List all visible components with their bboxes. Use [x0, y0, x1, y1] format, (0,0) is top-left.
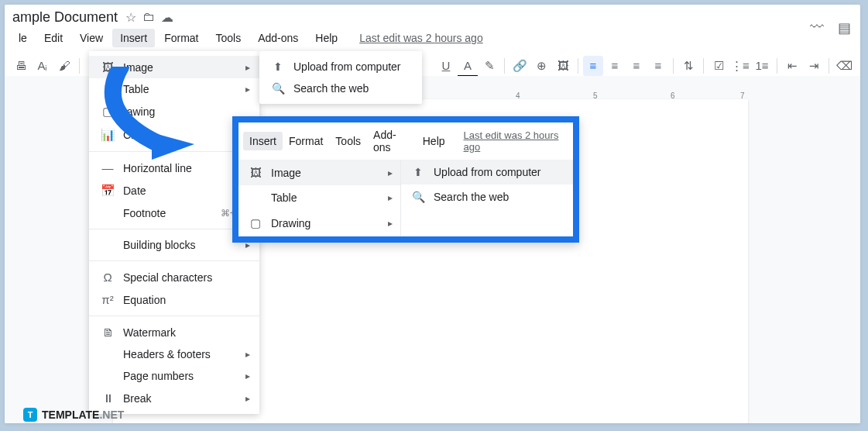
line-icon: —	[98, 161, 117, 174]
separator	[578, 58, 578, 74]
callout-insert-image[interactable]: 🖼 Image ▸	[238, 160, 400, 185]
menu-addons[interactable]: Add-ons	[250, 29, 306, 47]
print-icon[interactable]: 🖶	[11, 56, 31, 76]
move-icon[interactable]: 🗀	[142, 10, 155, 25]
insert-watermark-label: Watermark	[123, 326, 250, 339]
spellcheck-icon[interactable]: Aᵢ	[33, 56, 53, 76]
align-center-icon[interactable]: ≡	[605, 56, 625, 76]
insert-date-label: Date	[123, 184, 250, 197]
text-color-icon[interactable]: A	[458, 56, 478, 76]
app-window: ample Document ☆ 🗀 ☁ le Edit View Insert…	[5, 5, 860, 423]
callout-menu-help[interactable]: Help	[417, 132, 451, 150]
menu-edit[interactable]: Edit	[36, 29, 70, 47]
insert-blocks-label: Building blocks	[123, 239, 245, 251]
align-left-icon[interactable]: ≡	[583, 56, 603, 76]
search-web-label: Search the web	[293, 82, 413, 95]
menu-insert[interactable]: Insert	[112, 29, 155, 47]
insert-page-numbers[interactable]: Page numbers ▸	[89, 365, 259, 387]
drawing-icon: ▢	[98, 105, 117, 119]
callout-drawing-label: Drawing	[271, 217, 388, 229]
chevron-right-icon: ▸	[388, 192, 393, 203]
upload-icon: ⬆	[269, 60, 287, 73]
logo-icon: T	[23, 408, 37, 422]
chevron-right-icon: ▸	[245, 62, 250, 73]
link-icon[interactable]: 🔗	[509, 56, 530, 76]
callout-search-web[interactable]: 🔍 Search the web	[401, 184, 573, 209]
align-justify-icon[interactable]: ≡	[648, 56, 668, 76]
insert-special-label: Special characters	[123, 271, 250, 284]
insert-break[interactable]: ⏸ Break ▸	[89, 387, 259, 409]
callout-menu-insert[interactable]: Insert	[243, 132, 283, 150]
underline-icon[interactable]: U	[436, 56, 456, 76]
search-the-web[interactable]: 🔍 Search the web	[259, 78, 422, 99]
insert-break-label: Break	[123, 392, 245, 405]
indent-increase-icon[interactable]: ⇥	[804, 56, 824, 76]
menu-format[interactable]: Format	[156, 29, 206, 47]
watermark-text: TEMPLATE.NET	[42, 409, 124, 421]
callout-menubar: Insert Format Tools Add-ons Help Last ed…	[238, 122, 573, 160]
insert-watermark[interactable]: 🗎 Watermark	[89, 321, 259, 343]
ruler-tick: 7	[740, 91, 745, 100]
callout-upload-label: Upload from computer	[434, 166, 565, 178]
callout-insert-table[interactable]: Table ▸	[238, 185, 400, 210]
separator	[504, 58, 505, 74]
chevron-right-icon: ▸	[245, 393, 250, 404]
title-icons: ☆ 🗀 ☁	[125, 10, 173, 25]
callout-dropdown: 🖼 Image ▸ Table ▸ ▢ Drawing ▸	[238, 160, 401, 236]
insert-footnote-label: Footnote	[123, 207, 221, 219]
menu-help[interactable]: Help	[307, 29, 345, 47]
align-right-icon[interactable]: ≡	[626, 56, 647, 76]
insert-equation[interactable]: π² Equation	[89, 288, 259, 311]
insert-image-label: Image	[123, 61, 245, 74]
separator	[777, 58, 777, 74]
clear-format-icon[interactable]: ⌫	[834, 56, 854, 76]
drawing-icon: ▢	[246, 216, 265, 230]
ruler-tick: 4	[516, 91, 520, 100]
tutorial-callout: Insert Format Tools Add-ons Help Last ed…	[232, 116, 579, 243]
chart-icon: 📊	[98, 128, 117, 142]
bullet-list-icon[interactable]: ⋮≡	[730, 56, 750, 76]
numbered-list-icon[interactable]: 1≡	[752, 56, 772, 76]
upload-label: Upload from computer	[293, 60, 413, 73]
callout-table-label: Table	[271, 191, 388, 204]
search-icon: 🔍	[409, 191, 427, 203]
insert-special-chars[interactable]: Ω Special characters	[89, 266, 259, 288]
upload-icon: ⬆	[409, 166, 427, 178]
callout-insert-drawing[interactable]: ▢ Drawing ▸	[238, 210, 400, 236]
activity-icon[interactable]: 〰	[810, 19, 824, 36]
document-title[interactable]: ample Document	[12, 9, 118, 26]
star-icon[interactable]: ☆	[125, 10, 136, 25]
image-icon: 🖼	[246, 166, 265, 179]
menu-view[interactable]: View	[72, 29, 111, 47]
callout-menu-tools[interactable]: Tools	[329, 132, 367, 150]
paint-format-icon[interactable]: 🖌	[54, 56, 74, 76]
callout-menu-format[interactable]: Format	[283, 132, 329, 150]
chevron-right-icon: ▸	[245, 371, 250, 381]
upload-from-computer[interactable]: ⬆ Upload from computer	[259, 56, 422, 78]
highlight-icon[interactable]: ✎	[479, 56, 499, 76]
checklist-icon[interactable]: ☑	[708, 56, 729, 76]
header-right-icons: 〰 ▤	[810, 19, 851, 36]
comment-add-icon[interactable]: ⊕	[531, 56, 551, 76]
line-spacing-icon[interactable]: ⇅	[678, 56, 698, 76]
separator	[703, 58, 704, 74]
indent-decrease-icon[interactable]: ⇤	[782, 56, 802, 76]
callout-search-label: Search the web	[434, 191, 565, 203]
insert-image[interactable]: 🖼 Image ▸	[89, 56, 259, 78]
image-insert-icon[interactable]: 🖼	[553, 56, 573, 76]
insert-table-label: Table	[123, 83, 245, 95]
chevron-right-icon: ▸	[388, 167, 393, 178]
last-edit-link[interactable]: Last edit was 2 hours ago	[359, 32, 483, 44]
callout-menu-addons[interactable]: Add-ons	[367, 126, 417, 157]
comment-icon[interactable]: ▤	[838, 19, 851, 36]
insert-table[interactable]: Table ▸	[89, 78, 259, 100]
insert-headers-footers[interactable]: Headers & footers ▸	[89, 343, 259, 365]
menubar: le Edit View Insert Format Tools Add-ons…	[5, 27, 860, 49]
insert-hline-label: Horizontal line	[123, 162, 250, 174]
callout-last-edit[interactable]: Last edit was 2 hours ago	[464, 129, 568, 153]
callout-upload-computer[interactable]: ⬆ Upload from computer	[401, 160, 573, 184]
menu-tools[interactable]: Tools	[208, 29, 249, 47]
menu-file[interactable]: le	[11, 29, 35, 47]
cloud-icon[interactable]: ☁	[161, 10, 173, 25]
search-icon: 🔍	[269, 82, 287, 95]
